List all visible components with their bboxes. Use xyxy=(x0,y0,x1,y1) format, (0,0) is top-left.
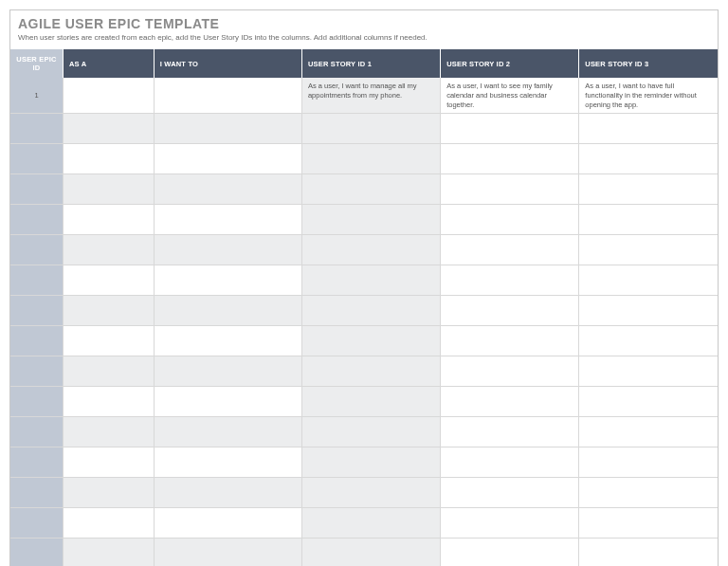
cell-story2[interactable] xyxy=(441,144,579,174)
cell-story1[interactable] xyxy=(301,114,440,144)
cell-i-want-to[interactable] xyxy=(154,296,301,326)
cell-i-want-to[interactable] xyxy=(154,144,301,174)
cell-as-a[interactable] xyxy=(63,508,154,539)
cell-epic-id[interactable] xyxy=(10,417,63,447)
cell-story1[interactable] xyxy=(301,235,440,265)
cell-story3[interactable] xyxy=(579,144,718,174)
cell-i-want-to[interactable] xyxy=(154,447,301,478)
cell-story2[interactable] xyxy=(441,174,579,205)
cell-story2[interactable] xyxy=(441,265,579,296)
cell-story3[interactable] xyxy=(579,296,718,326)
cell-as-a[interactable] xyxy=(63,447,154,478)
cell-story2[interactable] xyxy=(441,478,579,508)
cell-epic-id[interactable] xyxy=(10,478,63,508)
cell-i-want-to[interactable] xyxy=(154,265,301,296)
cell-story3[interactable] xyxy=(579,235,718,265)
cell-story2[interactable] xyxy=(441,114,579,144)
cell-story1[interactable] xyxy=(301,144,440,174)
cell-as-a[interactable] xyxy=(63,114,154,144)
cell-story3[interactable] xyxy=(579,265,718,296)
cell-epic-id[interactable] xyxy=(10,205,63,235)
cell-story2[interactable] xyxy=(441,539,579,566)
cell-story2[interactable] xyxy=(441,417,579,447)
cell-story3[interactable] xyxy=(579,387,718,417)
cell-as-a[interactable] xyxy=(63,478,154,508)
cell-story3[interactable] xyxy=(579,114,718,144)
cell-epic-id[interactable] xyxy=(10,144,63,174)
cell-i-want-to[interactable] xyxy=(154,235,301,265)
cell-i-want-to[interactable] xyxy=(154,539,301,566)
template-container: AGILE USER EPIC TEMPLATE When user stori… xyxy=(9,9,719,566)
cell-epic-id[interactable] xyxy=(10,296,63,326)
cell-as-a[interactable] xyxy=(63,235,154,265)
cell-i-want-to[interactable] xyxy=(154,387,301,417)
cell-story1[interactable] xyxy=(301,539,440,566)
cell-story1[interactable] xyxy=(301,447,440,478)
cell-story3[interactable] xyxy=(579,417,718,447)
cell-epic-id[interactable] xyxy=(10,539,63,566)
cell-as-a[interactable] xyxy=(63,387,154,417)
cell-as-a[interactable] xyxy=(63,144,154,174)
cell-epic-id[interactable]: 1 xyxy=(10,78,63,114)
cell-story1[interactable] xyxy=(301,205,440,235)
cell-i-want-to[interactable] xyxy=(154,205,301,235)
cell-story3[interactable] xyxy=(579,326,718,356)
cell-story1[interactable] xyxy=(301,326,440,356)
table-row xyxy=(10,447,718,478)
cell-as-a[interactable] xyxy=(63,205,154,235)
cell-epic-id[interactable] xyxy=(10,235,63,265)
cell-story2[interactable] xyxy=(441,235,579,265)
cell-as-a[interactable] xyxy=(63,539,154,566)
cell-epic-id[interactable] xyxy=(10,447,63,478)
cell-story1[interactable] xyxy=(301,417,440,447)
cell-story1[interactable] xyxy=(301,508,440,539)
cell-as-a[interactable] xyxy=(63,174,154,205)
page-subtitle: When user stories are created from each … xyxy=(10,33,718,49)
cell-as-a[interactable] xyxy=(63,356,154,387)
cell-epic-id[interactable] xyxy=(10,114,63,144)
cell-story2[interactable] xyxy=(441,205,579,235)
cell-i-want-to[interactable] xyxy=(154,114,301,144)
cell-epic-id[interactable] xyxy=(10,508,63,539)
cell-epic-id[interactable] xyxy=(10,174,63,205)
cell-epic-id[interactable] xyxy=(10,326,63,356)
cell-story2[interactable]: As a user, I want to see my family calen… xyxy=(441,78,579,114)
col-header-as-a: AS A xyxy=(63,49,154,78)
cell-story3[interactable] xyxy=(579,508,718,539)
cell-story2[interactable] xyxy=(441,356,579,387)
cell-story3[interactable]: As a user, I want to have full functiona… xyxy=(579,78,718,114)
cell-story3[interactable] xyxy=(579,174,718,205)
cell-i-want-to[interactable] xyxy=(154,326,301,356)
cell-epic-id[interactable] xyxy=(10,265,63,296)
cell-as-a[interactable] xyxy=(63,326,154,356)
cell-i-want-to[interactable] xyxy=(154,417,301,447)
cell-story1[interactable] xyxy=(301,296,440,326)
cell-i-want-to[interactable] xyxy=(154,508,301,539)
cell-story2[interactable] xyxy=(441,326,579,356)
cell-story1[interactable] xyxy=(301,265,440,296)
cell-i-want-to[interactable] xyxy=(154,78,301,114)
cell-i-want-to[interactable] xyxy=(154,478,301,508)
cell-story1[interactable] xyxy=(301,478,440,508)
cell-i-want-to[interactable] xyxy=(154,174,301,205)
cell-story2[interactable] xyxy=(441,508,579,539)
cell-story1[interactable] xyxy=(301,174,440,205)
cell-as-a[interactable] xyxy=(63,417,154,447)
cell-epic-id[interactable] xyxy=(10,387,63,417)
cell-as-a[interactable] xyxy=(63,296,154,326)
cell-story1[interactable] xyxy=(301,387,440,417)
cell-story3[interactable] xyxy=(579,356,718,387)
cell-story2[interactable] xyxy=(441,296,579,326)
cell-story1[interactable] xyxy=(301,356,440,387)
cell-story3[interactable] xyxy=(579,447,718,478)
cell-story3[interactable] xyxy=(579,539,718,566)
cell-as-a[interactable] xyxy=(63,265,154,296)
cell-as-a[interactable] xyxy=(63,78,154,114)
cell-story2[interactable] xyxy=(441,387,579,417)
cell-epic-id[interactable] xyxy=(10,356,63,387)
cell-story3[interactable] xyxy=(579,478,718,508)
cell-i-want-to[interactable] xyxy=(154,356,301,387)
cell-story1[interactable]: As a user, I want to manage all my appoi… xyxy=(301,78,440,114)
cell-story2[interactable] xyxy=(441,447,579,478)
cell-story3[interactable] xyxy=(579,205,718,235)
